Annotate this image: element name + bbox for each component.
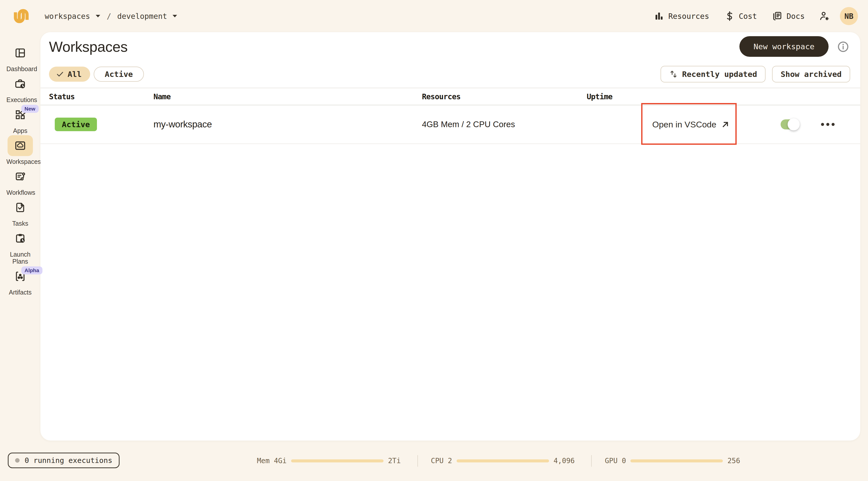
- mem-max-label: 2Ti: [388, 457, 401, 465]
- dashboard-icon: [14, 47, 26, 59]
- sidebar-active-highlight: [7, 135, 33, 156]
- sidebar-label-apps: Apps: [13, 127, 27, 134]
- filter-chip-all-label: All: [68, 70, 82, 79]
- mem-label: Mem 4Gi: [257, 457, 286, 465]
- page-title: Workspaces: [49, 39, 128, 54]
- breadcrumb-separator: /: [107, 12, 111, 21]
- column-header-status: Status: [49, 92, 74, 101]
- task-check-icon: [14, 202, 26, 213]
- workspace-name[interactable]: my-workspace: [153, 119, 212, 130]
- gpu-metric: GPU 0 256: [605, 457, 740, 465]
- top-nav: Resources Cost Docs: [646, 7, 858, 25]
- executions-status-dot: [15, 458, 20, 463]
- nav-resources-label: Resources: [668, 12, 709, 21]
- nav-docs[interactable]: Docs: [765, 11, 812, 21]
- resource-metrics: Mem 4Gi 2Ti CPU 2 4,096 GPU 0 256: [257, 441, 740, 481]
- show-archived-button[interactable]: Show archived: [772, 66, 850, 83]
- workspace-toggle[interactable]: [781, 119, 798, 129]
- nav-docs-label: Docs: [786, 12, 805, 21]
- sort-button-label: Recently updated: [682, 70, 757, 79]
- workflow-icon: [14, 171, 26, 182]
- sidebar-label-workspaces: Workspaces: [6, 158, 34, 165]
- gpu-meter-bar: [630, 459, 723, 462]
- toggle-knob: [787, 118, 800, 130]
- metric-divider: [417, 455, 418, 467]
- breadcrumb-development-label: development: [117, 12, 167, 21]
- user-gear-icon: [819, 10, 830, 22]
- sidebar: Dashboard Executions New Apps Workspaces: [0, 32, 40, 297]
- new-workspace-button[interactable]: New workspace: [739, 36, 829, 57]
- sidebar-label-executions: Executions: [6, 96, 34, 103]
- row-menu-button[interactable]: [821, 123, 835, 126]
- launch-plan-clock-icon: [14, 233, 26, 244]
- cpu-meter-bar: [457, 459, 549, 462]
- status-bar: 0 running executions Mem 4Gi 2Ti CPU 2 4…: [0, 441, 868, 481]
- sort-arrows-icon: [669, 70, 678, 79]
- cpu-label: CPU 2: [431, 457, 452, 465]
- sidebar-label-launch-plans: Launch Plans: [6, 251, 34, 265]
- show-archived-label: Show archived: [781, 70, 842, 79]
- running-executions-button[interactable]: 0 running executions: [8, 453, 120, 468]
- breadcrumb-development[interactable]: development: [117, 12, 178, 21]
- bar-chart-icon: [654, 11, 664, 21]
- gpu-max-label: 256: [727, 457, 740, 465]
- nav-cost[interactable]: Cost: [717, 11, 765, 21]
- sidebar-item-workspaces[interactable]: Workspaces: [1, 135, 39, 165]
- chevron-down-icon: [95, 14, 101, 18]
- running-executions-label: 0 running executions: [25, 456, 112, 465]
- top-bar: workspaces / development Resources Cost: [0, 0, 868, 32]
- filter-chip-active-label: Active: [105, 70, 133, 79]
- sidebar-item-launch-plans[interactable]: Launch Plans: [1, 228, 39, 265]
- executions-clock-icon: [14, 78, 26, 90]
- mem-meter-bar: [291, 459, 383, 462]
- sidebar-item-dashboard[interactable]: Dashboard: [1, 42, 39, 72]
- sidebar-item-executions[interactable]: Executions: [1, 73, 39, 103]
- metric-divider: [591, 455, 592, 467]
- open-in-vscode-label: Open in VSCode: [652, 120, 716, 129]
- chevron-down-icon: [172, 14, 178, 18]
- info-icon[interactable]: [837, 41, 849, 53]
- nav-resources[interactable]: Resources: [646, 11, 717, 21]
- open-in-vscode-link[interactable]: Open in VSCode: [652, 120, 730, 129]
- alpha-badge: Alpha: [21, 266, 42, 274]
- workspace-cloud-icon: [14, 140, 26, 152]
- table-row[interactable]: Active my-workspace 4GB Mem / 2 CPU Core…: [40, 105, 860, 144]
- column-header-name: Name: [153, 92, 170, 101]
- breadcrumb-workspaces[interactable]: workspaces: [45, 12, 101, 21]
- sidebar-item-tasks[interactable]: Tasks: [1, 197, 39, 227]
- nav-cost-label: Cost: [739, 12, 757, 21]
- sidebar-label-dashboard: Dashboard: [6, 65, 34, 72]
- workspace-resources: 4GB Mem / 2 CPU Cores: [422, 120, 515, 129]
- app-root: workspaces / development Resources Cost: [0, 0, 868, 481]
- column-header-uptime: Uptime: [587, 92, 612, 101]
- gpu-label: GPU 0: [605, 457, 626, 465]
- sidebar-item-apps[interactable]: New Apps: [1, 104, 39, 134]
- external-link-icon: [721, 120, 730, 129]
- user-settings-button[interactable]: [812, 10, 836, 22]
- table-header: Status Name Resources Uptime: [40, 88, 860, 105]
- filter-chip-active[interactable]: Active: [94, 67, 144, 82]
- avatar[interactable]: NB: [840, 7, 858, 25]
- filter-chip-all[interactable]: All: [49, 67, 90, 82]
- sidebar-item-workflows[interactable]: Workflows: [1, 166, 39, 196]
- column-header-resources: Resources: [422, 92, 461, 101]
- docs-icon: [772, 11, 783, 21]
- cpu-metric: CPU 2 4,096: [431, 457, 575, 465]
- breadcrumb-workspaces-label: workspaces: [45, 12, 90, 21]
- mem-metric: Mem 4Gi 2Ti: [257, 457, 401, 465]
- sidebar-item-artifacts[interactable]: Alpha Artifacts: [1, 266, 39, 296]
- status-badge: Active: [55, 118, 97, 131]
- dollar-icon: [724, 11, 735, 21]
- sidebar-label-tasks: Tasks: [12, 220, 28, 227]
- main-panel: Workspaces New workspace All Active: [40, 32, 860, 441]
- union-logo-icon[interactable]: [11, 6, 31, 26]
- breadcrumb: workspaces / development: [45, 12, 178, 21]
- sidebar-label-workflows: Workflows: [6, 189, 34, 196]
- sort-button[interactable]: Recently updated: [660, 66, 766, 83]
- check-icon: [56, 70, 64, 78]
- new-badge: New: [21, 105, 39, 113]
- sidebar-label-artifacts: Artifacts: [9, 289, 31, 296]
- cpu-max-label: 4,096: [554, 457, 575, 465]
